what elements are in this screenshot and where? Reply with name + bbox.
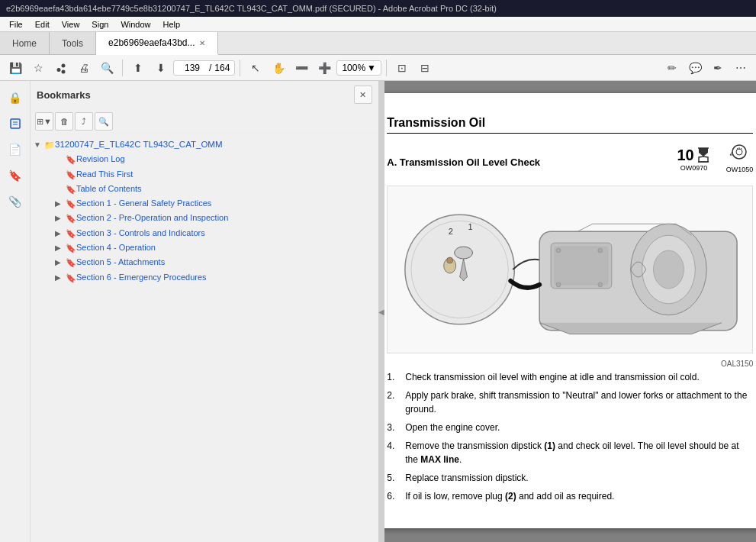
root-expand-icon[interactable]: ▼ xyxy=(34,140,44,150)
bookmark-button[interactable]: ☆ xyxy=(27,57,49,79)
zoom-dropdown-icon: ▼ xyxy=(367,63,376,73)
zoom-in-button[interactable]: ➕ xyxy=(314,57,335,79)
expand-bookmark[interactable]: ⤴ xyxy=(75,112,93,131)
oil-can-icon xyxy=(727,144,751,166)
root-label: 31200747_E_TL642C TL943C_CAT_OMM xyxy=(55,139,375,150)
section6-expand[interactable]: ▶ xyxy=(55,273,66,282)
menu-help[interactable]: Help xyxy=(157,18,187,31)
bookmark-icon-4: 🔖 xyxy=(66,198,76,209)
sidebar-icon-bookmarks[interactable] xyxy=(5,113,26,134)
hourglass-icon xyxy=(696,147,711,163)
page-up-button[interactable]: ⬆ xyxy=(127,57,149,79)
bookmark-section1[interactable]: ▶ 🔖 Section 1 - General Safety Practices xyxy=(52,196,378,211)
svg-point-8 xyxy=(736,149,742,155)
bookmark-icon-1: 🔖 xyxy=(66,154,76,165)
save-button[interactable]: 💾 xyxy=(5,57,26,79)
section4-expand[interactable]: ▶ xyxy=(55,243,66,253)
separator-1 xyxy=(122,60,123,76)
delete-bookmark[interactable]: 🗑 xyxy=(55,112,73,131)
app-title: e2b6969eaefa43bda614ebe7749c5e8b31200747… xyxy=(6,4,497,13)
search-bookmark[interactable]: 🔍 xyxy=(95,112,113,131)
bookmark-section3[interactable]: ▶ 🔖 Section 3 - Controls and Indicators xyxy=(52,226,378,240)
new-bookmark-icon: ⊞ xyxy=(37,117,43,127)
pdf-viewer[interactable]: Transmission Oil A. Transmission Oil Lev… xyxy=(384,81,757,542)
instruction-5: Replace transmission dipstick. xyxy=(387,469,753,487)
fit-page-button[interactable]: ⊡ xyxy=(391,57,413,79)
svg-point-19 xyxy=(556,248,561,253)
section3-expand[interactable]: ▶ xyxy=(55,228,66,238)
menu-window[interactable]: Window xyxy=(114,18,156,31)
sign-button[interactable]: ✒ xyxy=(707,57,729,79)
bookmark-label-5: Section 2 - Pre-Operation and Inspection xyxy=(76,212,375,223)
svg-text:1: 1 xyxy=(468,222,473,231)
menu-file[interactable]: File xyxy=(3,18,29,31)
section1-expand[interactable]: ▶ xyxy=(55,198,66,208)
svg-point-25 xyxy=(654,250,684,289)
hand-tool[interactable]: ✋ xyxy=(268,57,289,79)
bookmark-section4[interactable]: ▶ 🔖 Section 4 - Operation xyxy=(52,240,378,255)
separator-2 xyxy=(240,60,240,76)
annotate-button[interactable]: ✏ xyxy=(661,57,683,79)
comment-button[interactable]: 💬 xyxy=(684,57,706,79)
cursor-tool[interactable]: ↖ xyxy=(245,57,266,79)
svg-point-13 xyxy=(455,247,473,259)
bookmark-section2[interactable]: ▶ 🔖 Section 2 - Pre-Operation and Inspec… xyxy=(52,211,378,225)
instruction-3: Open the engine cover. xyxy=(387,418,753,437)
menu-view[interactable]: View xyxy=(56,18,86,31)
section5-expand[interactable]: ▶ xyxy=(55,257,66,267)
svg-point-20 xyxy=(598,248,603,253)
fit-width-button[interactable]: ⊟ xyxy=(414,57,436,79)
bookmark-read-first[interactable]: 🔖 Read This First xyxy=(52,167,378,182)
share-button[interactable] xyxy=(50,57,72,79)
section2-expand[interactable]: ▶ xyxy=(55,213,66,223)
bookmarks-title: Bookmarks xyxy=(37,89,91,101)
zoom-out-button[interactable]: ➖ xyxy=(291,57,312,79)
zoom-selector[interactable]: 100% ▼ xyxy=(336,60,381,76)
svg-point-22 xyxy=(598,282,603,287)
sidebar-content: Bookmarks ✕ ⊞ ▼ 🗑 ⤴ 🔍 ▼ 📁 31200747_E_TL6… xyxy=(31,81,378,542)
page-down-button[interactable]: ⬇ xyxy=(150,57,172,79)
tab-home[interactable]: Home xyxy=(0,32,50,54)
menu-bar: File Edit View Sign Window Help xyxy=(0,17,756,32)
tab-document[interactable]: e2b6969eaefa43bd... ✕ xyxy=(96,32,218,55)
page-navigator: 139 / 164 xyxy=(173,60,235,76)
bookmark-icon-2: 🔖 xyxy=(66,169,76,180)
symbol-code-2: OW1050 xyxy=(726,166,754,173)
sidebar-icon-attachment[interactable]: 📎 xyxy=(5,191,26,212)
more-button[interactable]: ⋯ xyxy=(730,57,751,79)
svg-point-21 xyxy=(556,282,561,287)
separator-3 xyxy=(386,60,387,76)
bookmark-label-9: Section 6 - Emergency Procedures xyxy=(76,272,375,282)
bookmark-icon-8: 🔖 xyxy=(66,257,76,268)
bookmark-root[interactable]: ▼ 📁 31200747_E_TL642C TL943C_CAT_OMM xyxy=(31,137,378,152)
sidebar-icon-bookmark[interactable]: 🔖 xyxy=(5,165,26,186)
menu-sign[interactable]: Sign xyxy=(85,18,114,31)
bookmark-revision-log[interactable]: 🔖 Revision Log xyxy=(52,152,378,166)
diagram-caption: OAL3150 xyxy=(387,360,753,368)
print-button[interactable]: 🖨 xyxy=(73,57,95,79)
dropdown-arrow: ▼ xyxy=(43,117,52,126)
bookmarks-close[interactable]: ✕ xyxy=(354,85,372,104)
tab-home-label: Home xyxy=(12,38,37,49)
sidebar-icon-pages[interactable]: 📄 xyxy=(5,139,26,160)
bookmark-section6[interactable]: ▶ 🔖 Section 6 - Emergency Procedures xyxy=(52,270,378,285)
tab-bar: Home Tools e2b6969eaefa43bd... ✕ xyxy=(0,32,756,55)
menu-edit[interactable]: Edit xyxy=(29,18,56,31)
enhance-button[interactable]: 🔍 xyxy=(96,57,117,79)
toolbar: 💾 ☆ 🖨 🔍 ⬆ ⬇ 139 / 164 ↖ ✋ ➖ ➕ 100% ▼ ⊡ ⊟… xyxy=(0,55,756,81)
new-bookmark-dropdown[interactable]: ⊞ ▼ xyxy=(35,112,53,131)
bookmark-toc[interactable]: 🔖 Table of Contents xyxy=(52,182,378,196)
sidebar-icon-lock[interactable]: 🔒 xyxy=(5,87,26,108)
sidebar-splitter[interactable]: ◀ xyxy=(378,81,384,542)
bookmark-header: Bookmarks ✕ xyxy=(31,81,378,109)
symbols-row: 10 OW0970 xyxy=(677,144,753,173)
tab-tools-label: Tools xyxy=(62,38,83,49)
svg-marker-4 xyxy=(699,156,708,162)
bookmark-section5[interactable]: ▶ 🔖 Section 5 - Attachments xyxy=(52,255,378,269)
tab-tools[interactable]: Tools xyxy=(50,32,96,54)
root-icon: 📁 xyxy=(44,140,55,150)
svg-point-7 xyxy=(732,145,746,159)
tab-document-label: e2b6969eaefa43bd... xyxy=(108,37,195,48)
page-input[interactable]: 139 xyxy=(179,63,206,73)
tab-close-button[interactable]: ✕ xyxy=(199,39,205,47)
